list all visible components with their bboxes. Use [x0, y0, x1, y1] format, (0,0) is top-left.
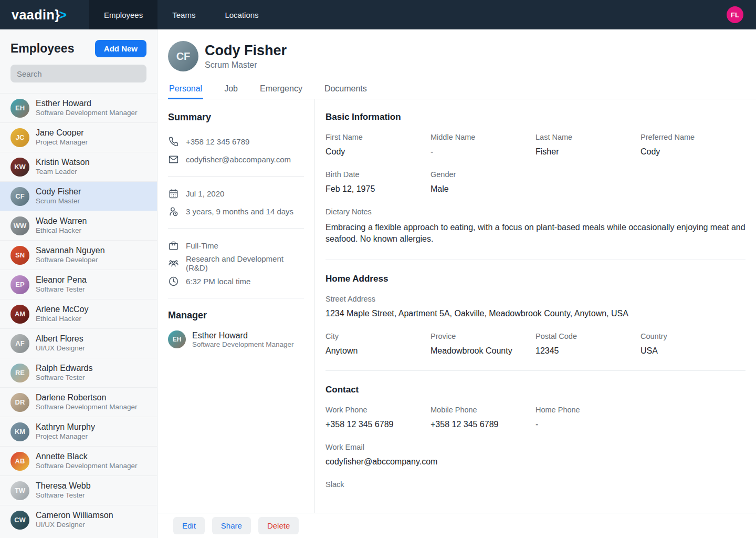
basic-info-row2: Birth Date Feb 12, 1975 Gender Male	[326, 170, 746, 194]
employee-list-item[interactable]: CW Cameron Williamson UI/UX Designer	[0, 505, 157, 534]
share-button[interactable]: Share	[212, 517, 251, 534]
team-icon	[168, 258, 178, 268]
employee-list-item[interactable]: DR Darlene Robertson Software Developmen…	[0, 387, 157, 417]
employee-role: Software Tester	[36, 285, 87, 294]
employee-avatar: SN	[10, 246, 29, 265]
field-label: Provice	[430, 332, 536, 340]
employee-list-item[interactable]: EH Esther Howard Software Development Ma…	[0, 93, 157, 122]
home-address-heading: Home Address	[326, 274, 746, 284]
employee-name: Kristin Watson	[36, 157, 90, 167]
manager-card[interactable]: EH Esther Howard Software Development Ma…	[168, 330, 304, 348]
employee-info: Kathryn Murphy Project Manager	[36, 422, 95, 441]
employee-list-item[interactable]: KM Kathryn Murphy Project Manager	[0, 417, 157, 446]
employee-list-item[interactable]: WW Wade Warren Ethical Hacker	[0, 211, 157, 240]
field: Preferred Name Cody	[640, 133, 746, 157]
nav-item[interactable]: Employees	[89, 0, 158, 29]
field: Country USA	[640, 332, 746, 356]
field-value: Feb 12, 1975	[326, 184, 430, 194]
profile-tab-label: Job	[224, 84, 238, 93]
employee-list-item[interactable]: KW Kristin Watson Team Leader	[0, 152, 157, 181]
section-divider	[326, 260, 746, 260]
employee-avatar: EH	[10, 99, 29, 118]
manager-name: Esther Howard	[192, 331, 294, 340]
employee-list-item[interactable]: AM Arlene McCoy Ethical Hacker	[0, 299, 157, 328]
calendar-icon	[168, 188, 178, 199]
employee-avatar: KM	[10, 422, 29, 441]
employee-name: Albert Flores	[36, 334, 85, 344]
field-label: Preferred Name	[640, 133, 746, 141]
employee-info: Cody Fisher Scrum Master	[36, 187, 81, 206]
employee-role: Software Tester	[36, 373, 93, 382]
field-value: Anytown	[326, 346, 430, 356]
profile-tab[interactable]: Job	[223, 80, 239, 99]
detail-column: Basic Information First Name Cody Middle…	[315, 99, 756, 538]
field-value: Cody	[326, 147, 430, 157]
summary-phone: +358 12 345 6789	[186, 137, 249, 146]
work-email-label: Work Email	[326, 443, 746, 451]
summary-local-time: 6:32 PM local time	[186, 277, 250, 286]
employee-list-item[interactable]: AF Albert Flores UI/UX Designer	[0, 328, 157, 358]
profile-tab[interactable]: Personal	[168, 80, 203, 99]
employee-name: Cameron Williamson	[36, 510, 113, 520]
field-value: Meadowbrook County	[430, 346, 536, 356]
employee-list-item[interactable]: SN Savannah Nguyen Software Developer	[0, 240, 157, 270]
manager-role: Software Development Manager	[192, 340, 294, 348]
employee-avatar: AM	[10, 305, 29, 324]
field: Gender Male	[430, 170, 536, 194]
employee-name: Jane Cooper	[36, 128, 88, 138]
slack-field: Slack	[326, 480, 746, 489]
summary-email: codyfisher@abccompany.com	[186, 155, 291, 164]
field-label: City	[326, 332, 430, 340]
employee-name: Savannah Nguyen	[36, 245, 105, 255]
employee-list-item[interactable]: EP Eleanor Pena Software Tester	[0, 270, 157, 299]
field: Provice Meadowbrook County	[430, 332, 536, 356]
field-label: Work Phone	[326, 406, 430, 414]
employee-list-item[interactable]: RE Ralph Edwards Software Tester	[0, 358, 157, 387]
employee-list-item[interactable]: JC Jane Cooper Project Manager	[0, 122, 157, 152]
user-avatar-badge[interactable]: FL	[727, 6, 743, 23]
logo-arrow-icon: >	[59, 7, 67, 23]
field: First Name Cody	[326, 133, 430, 157]
add-new-button[interactable]: Add New	[95, 40, 146, 57]
field: City Anytown	[326, 332, 430, 356]
employee-role: Project Manager	[36, 138, 88, 147]
employee-avatar: DR	[10, 393, 29, 412]
summary-tenure-row: 3 years, 9 months and 14 days	[168, 202, 304, 220]
employee-avatar: EP	[10, 275, 29, 294]
edit-button[interactable]: Edit	[173, 517, 205, 534]
employee-list-item[interactable]: TW Theresa Webb Software Tester	[0, 475, 157, 505]
employee-info: Annette Black Software Development Manag…	[36, 451, 138, 471]
employee-list-item[interactable]: CF Cody Fisher Scrum Master	[0, 181, 157, 211]
nav-item[interactable]: Teams	[158, 0, 210, 29]
profile-tab[interactable]: Documents	[323, 80, 368, 99]
person-clock-icon	[168, 206, 178, 216]
section-divider	[326, 370, 746, 371]
field-value: +358 12 345 6789	[326, 420, 430, 429]
field: Last Name Fisher	[536, 133, 640, 157]
profile-tab-label: Personal	[169, 84, 202, 93]
profile-header: CF Cody Fisher Scrum Master	[158, 29, 756, 71]
employee-avatar: AF	[10, 334, 29, 353]
employee-name: Arlene McCoy	[36, 304, 88, 314]
employee-name: Wade Warren	[36, 216, 87, 226]
field-value: Male	[430, 184, 536, 194]
contact-phone-fields: Work Phone +358 12 345 6789 Mobile Phone…	[326, 406, 746, 429]
home-address-fields: City Anytown Provice Meadowbrook County …	[326, 332, 746, 356]
field-label: Gender	[430, 170, 536, 179]
nav-item[interactable]: Locations	[210, 0, 273, 29]
street-address-label: Street Address	[326, 295, 746, 303]
field-value: USA	[640, 346, 746, 356]
vaadin-logo[interactable]: vaadin}>	[0, 7, 89, 23]
work-email-value: codyfisher@abccompany.com	[326, 457, 746, 467]
nav-item-label: Employees	[104, 11, 143, 19]
nav-items: Employees Teams Locations	[89, 0, 274, 29]
profile-avatar: CF	[168, 41, 198, 71]
search-input[interactable]	[10, 65, 146, 82]
delete-button[interactable]: Delete	[258, 517, 299, 534]
profile-name: Cody Fisher	[205, 43, 287, 59]
employee-info: Eleanor Pena Software Tester	[36, 275, 87, 294]
employee-avatar: WW	[10, 216, 29, 235]
employee-role: Software Development Manager	[36, 108, 138, 118]
employee-list-item[interactable]: AB Annette Black Software Development Ma…	[0, 446, 157, 475]
profile-tab[interactable]: Emergency	[259, 80, 303, 99]
